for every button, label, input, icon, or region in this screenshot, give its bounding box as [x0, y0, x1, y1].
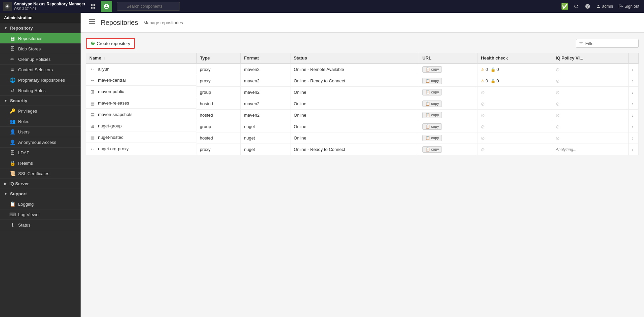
col-url[interactable]: URL — [419, 53, 477, 64]
top-nav-right: ✅ admin Sign out — [560, 1, 641, 11]
sidebar-group-support-label: Support — [10, 191, 27, 196]
col-type[interactable]: Type — [196, 53, 240, 64]
sidebar-item-ssl-certificates[interactable]: 📜 SSL Certificates — [0, 168, 81, 179]
err-circle-icon: 🔒 — [491, 79, 496, 83]
cell-type: proxy — [196, 64, 240, 75]
copy-url-button[interactable]: 📋 copy — [422, 146, 442, 153]
content-header: Repositories Manage repositories — [81, 13, 644, 33]
app-name: Sonatype Nexus Repository Manager — [14, 2, 85, 7]
cell-chevron[interactable]: › — [629, 75, 639, 87]
routing-rules-icon: ⇄ — [9, 88, 15, 93]
sidebar-item-blob-stores[interactable]: 🗄 Blob Stores — [0, 44, 81, 54]
refresh-icon-btn[interactable] — [571, 1, 581, 11]
cell-type: group — [196, 87, 240, 98]
col-iq[interactable]: IQ Policy Vi... — [552, 53, 629, 64]
anonymous-access-icon: 👤 — [9, 140, 15, 145]
sidebar-group-repository[interactable]: ▼ Repository — [0, 23, 81, 33]
cell-chevron[interactable]: › — [629, 132, 639, 144]
health-check-icon-btn[interactable]: ✅ — [560, 1, 570, 11]
cell-name-text: maven-releases — [98, 101, 129, 106]
sidebar-item-status[interactable]: ℹ Status — [0, 220, 81, 230]
admin-icon-btn[interactable] — [101, 1, 112, 12]
col-health[interactable]: Health check — [477, 53, 552, 64]
sidebar-item-roles[interactable]: 👥 Roles — [0, 116, 81, 127]
sidebar-group-security[interactable]: ▼ Security — [0, 96, 81, 106]
cell-chevron[interactable]: › — [629, 87, 639, 98]
cell-url: 📋 copy — [419, 132, 477, 144]
copy-url-button[interactable]: 📋 copy — [422, 66, 442, 73]
admin-label: admin — [602, 4, 613, 9]
cell-name-text: maven-snapshots — [98, 112, 133, 117]
cell-chevron[interactable]: › — [629, 110, 639, 121]
sidebar-item-realms-label: Realms — [18, 161, 33, 166]
content-selectors-icon: ≡ — [9, 67, 15, 72]
health-err-count: 🔒 0 — [491, 79, 499, 83]
user-menu-btn[interactable]: admin — [594, 4, 615, 9]
sidebar-item-privileges[interactable]: 🔑 Privileges — [0, 106, 81, 116]
col-status[interactable]: Status — [290, 53, 419, 64]
ldap-icon: 🗄 — [9, 150, 15, 155]
sidebar-admin-header: Administration — [0, 13, 81, 23]
signout-btn[interactable]: Sign out — [616, 4, 641, 9]
arrow-support: ▼ — [4, 192, 7, 196]
table-row: ▤nuget-hostedhostednugetOnline📋 copy⊘⊘› — [86, 132, 639, 144]
cell-chevron[interactable]: › — [629, 121, 639, 132]
cell-name: ↔aliyun — [86, 64, 196, 74]
cell-chevron[interactable]: › — [629, 144, 639, 155]
table-row: ↔aliyunproxymaven2Online - Remote Availa… — [86, 64, 639, 75]
copy-url-button[interactable]: 📋 copy — [422, 112, 442, 118]
sidebar-item-anonymous-access[interactable]: 👤 Anonymous Access — [0, 137, 81, 148]
cell-status: Online - Ready to Connect — [290, 144, 419, 155]
log-viewer-icon: ⌨ — [9, 212, 15, 217]
col-name[interactable]: Name ↑ — [86, 53, 196, 64]
cell-type: hosted — [196, 132, 240, 144]
cell-chevron[interactable]: › — [629, 64, 639, 75]
sidebar-item-repositories[interactable]: ▦ Repositories — [0, 33, 81, 44]
cell-status: Online — [290, 121, 419, 132]
browse-icon-btn[interactable] — [87, 1, 99, 12]
cell-name-text: maven-public — [98, 89, 124, 94]
sidebar-item-content-selectors[interactable]: ≡ Content Selectors — [0, 65, 81, 75]
help-icon-btn[interactable] — [583, 1, 593, 11]
create-repository-button[interactable]: ⊕ Create repository — [86, 38, 135, 49]
sidebar-item-ldap[interactable]: 🗄 LDAP — [0, 148, 81, 158]
sidebar-item-ssl-certificates-label: SSL Certificates — [18, 171, 49, 176]
copy-url-button[interactable]: 📋 copy — [422, 123, 442, 130]
health-disabled-icon: ⊘ — [481, 147, 485, 152]
cell-health: ⊘ — [477, 144, 552, 155]
cell-name: ▤maven-releases — [86, 98, 196, 109]
sidebar-item-log-viewer[interactable]: ⌨ Log Viewer — [0, 209, 81, 220]
sidebar-item-users[interactable]: 👤 Users — [0, 127, 81, 137]
arrow-security: ▼ — [4, 99, 7, 103]
main-layout: Administration ▼ Repository ▦ Repositori… — [0, 13, 644, 317]
cell-health: ⊘ — [477, 132, 552, 144]
copy-url-button[interactable]: 📋 copy — [422, 89, 442, 95]
copy-url-button[interactable]: 📋 copy — [422, 78, 442, 84]
sidebar-item-logging[interactable]: 📋 Logging — [0, 199, 81, 209]
logging-icon: 📋 — [9, 201, 15, 207]
sidebar-item-proprietary-repos[interactable]: 🌐 Proprietary Repositories — [0, 75, 81, 85]
health-warn-count: ⚠ 0 — [481, 67, 488, 72]
search-input[interactable] — [117, 2, 180, 11]
filter-box — [576, 39, 639, 48]
status-icon: ℹ — [9, 222, 15, 228]
sidebar-item-realms[interactable]: 🔒 Realms — [0, 158, 81, 168]
cell-format: maven2 — [240, 64, 290, 75]
sidebar-item-cleanup-policies-label: Cleanup Policies — [18, 57, 51, 62]
roles-icon: 👥 — [9, 119, 15, 124]
cell-format: maven2 — [240, 98, 290, 110]
copy-url-button[interactable]: 📋 copy — [422, 135, 442, 141]
filter-input[interactable] — [585, 41, 636, 46]
sidebar-item-routing-rules[interactable]: ⇄ Routing Rules — [0, 85, 81, 96]
search-wrap: 🔍 — [117, 2, 180, 11]
cell-iq-policy: ⊘ — [552, 132, 629, 144]
cell-name: ⊞maven-public — [86, 87, 196, 97]
cell-chevron[interactable]: › — [629, 98, 639, 110]
sidebar-group-iq-server[interactable]: ▶ IQ Server — [0, 179, 81, 189]
sidebar-group-support[interactable]: ▼ Support — [0, 189, 81, 199]
col-format[interactable]: Format — [240, 53, 290, 64]
sidebar-item-cleanup-policies[interactable]: ✏ Cleanup Policies — [0, 54, 81, 65]
repositories-icon: ▦ — [9, 36, 15, 41]
iq-disabled-icon: ⊘ — [556, 135, 560, 141]
copy-url-button[interactable]: 📋 copy — [422, 101, 442, 107]
